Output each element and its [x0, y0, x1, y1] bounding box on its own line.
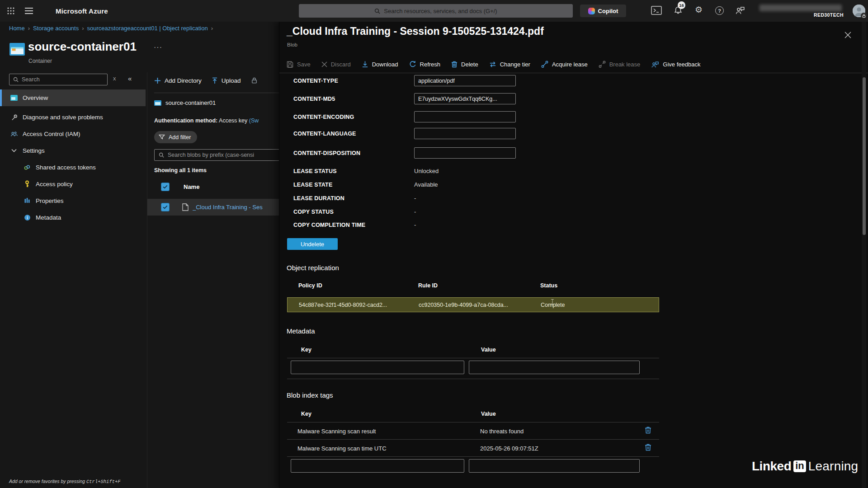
items-count: Showing all 1 items: [154, 167, 207, 174]
content-language-input[interactable]: [414, 128, 516, 139]
policy-id-value: 54c887ee-32f1-45d0-8092-cacd2...: [299, 302, 387, 308]
blade-toolbar: Save Discard Download Refresh: [287, 57, 700, 71]
scrollbar-thumb[interactable]: [863, 77, 866, 235]
blob-detail-blade: _Cloud Infra Training - Session 9-150525…: [279, 22, 868, 488]
download-button[interactable]: Download: [362, 61, 398, 68]
breadcrumb-storage-account[interactable]: sourceazstorageaccount01 | Object replic…: [87, 25, 208, 32]
feedback-icon[interactable]: [735, 5, 745, 15]
divider: [279, 73, 868, 73]
linkedin-in-badge: in: [793, 460, 806, 472]
sidebar-item-properties[interactable]: Properties: [0, 194, 146, 207]
hamburger-menu-icon[interactable]: [25, 8, 33, 14]
copilot-button[interactable]: Copilot: [580, 5, 626, 17]
sidebar-search-input[interactable]: Search: [9, 74, 108, 85]
app-title: Microsoft Azure: [56, 7, 108, 15]
content-encoding-input[interactable]: [414, 111, 516, 122]
delete-button[interactable]: Delete: [451, 61, 478, 68]
sidebar-collapse-button[interactable]: «: [128, 75, 132, 82]
info-icon: [24, 214, 31, 221]
trash-icon: [451, 61, 458, 68]
content-disposition-input[interactable]: [414, 147, 516, 159]
favorites-hint: Add or remove favorites by pressing Ctrl…: [9, 479, 121, 484]
save-button[interactable]: Save: [287, 61, 311, 68]
sidebar-item-access-control[interactable]: Access Control (IAM): [0, 127, 146, 141]
blob-explorer-panel: Add Directory Upload source-container01: [147, 72, 279, 488]
delete-tag-button[interactable]: [645, 426, 654, 436]
change-tier-icon: [489, 61, 496, 68]
property-row: COPY COMPLETION TIME -: [293, 219, 416, 230]
give-feedback-button[interactable]: Give feedback: [651, 61, 700, 68]
undelete-button[interactable]: Undelete: [287, 238, 338, 250]
change-tier-button[interactable]: Change tier: [489, 61, 530, 68]
blob-list-row[interactable]: _Cloud Infra Training - Ses: [147, 199, 279, 216]
new-tag-value-input[interactable]: [469, 459, 640, 473]
change-access-level-button[interactable]: [251, 77, 258, 84]
discard-button[interactable]: Discard: [321, 61, 351, 68]
container-icon: [9, 42, 25, 57]
sidebar-item-label: Overview: [23, 94, 48, 101]
notification-badge: 16: [678, 1, 685, 9]
sidebar-item-label: Diagnose and solve problems: [23, 114, 103, 121]
blob-prefix-search-input[interactable]: Search blobs by prefix (case-sensi: [154, 149, 279, 161]
property-label: CONTENT-ENCODING: [293, 114, 414, 120]
add-filter-button[interactable]: Add filter: [154, 131, 197, 143]
refresh-button[interactable]: Refresh: [409, 61, 441, 68]
settings-gear-icon[interactable]: ⚙: [695, 5, 703, 14]
sidebar-search-clear-button[interactable]: x: [113, 75, 116, 82]
new-tag-key-input[interactable]: [291, 459, 464, 473]
user-email-redacted: [760, 5, 842, 11]
container-name: source-container01: [165, 99, 216, 106]
sidebar-item-overview[interactable]: Overview: [0, 89, 146, 106]
break-lease-button[interactable]: Break lease: [599, 61, 641, 68]
global-search-input[interactable]: Search resources, services, and docs (G+…: [299, 4, 573, 18]
switch-auth-link[interactable]: (Sw: [249, 117, 259, 124]
name-column-header[interactable]: Name: [184, 183, 199, 190]
sidebar-item-settings[interactable]: Settings: [0, 144, 146, 157]
property-label: CONTENT-TYPE: [293, 78, 414, 84]
tag-value: 2025-05-26 09:07:51Z: [480, 445, 538, 452]
upload-button[interactable]: Upload: [212, 77, 241, 84]
top-bar: Microsoft Azure Search resources, servic…: [0, 0, 868, 22]
more-menu-button[interactable]: ···: [154, 43, 162, 52]
keyboard-shortcut: Ctrl+Shift+F: [86, 479, 121, 484]
chevron-down-icon: [10, 149, 18, 152]
sidebar-item-shared-access-tokens[interactable]: Shared access tokens: [0, 160, 146, 174]
blade-scrollbar[interactable]: [862, 22, 866, 488]
metadata-value-input[interactable]: [469, 361, 640, 374]
link-icon: [24, 164, 31, 170]
container-root-item[interactable]: source-container01: [154, 99, 216, 106]
content-type-input[interactable]: [414, 75, 516, 86]
property-row: LEASE STATUS Unlocked: [293, 165, 439, 177]
sidebar-item-access-policy[interactable]: Access policy: [0, 177, 146, 191]
waffle-icon[interactable]: [7, 7, 15, 15]
filter-icon: [159, 134, 165, 140]
help-icon[interactable]: ?: [715, 6, 724, 15]
refresh-icon: [409, 61, 416, 68]
sidebar-item-diagnose[interactable]: Diagnose and solve problems: [0, 110, 146, 124]
property-label: COPY COMPLETION TIME: [293, 222, 414, 228]
feedback-icon: [651, 61, 659, 68]
avatar[interactable]: [853, 5, 865, 17]
property-row: LEASE DURATION -: [293, 192, 416, 204]
azure-portal: Microsoft Azure Search resources, servic…: [0, 0, 868, 488]
rule-id-value: cc920350-1e9b-4099-a7ca-08cda...: [419, 302, 508, 308]
content-md5-input[interactable]: [414, 93, 516, 104]
sidebar-item-label: Access Control (IAM): [23, 131, 80, 137]
breadcrumb-storage-accounts[interactable]: Storage accounts: [33, 25, 79, 32]
metadata-key-input[interactable]: [291, 361, 464, 374]
copilot-label: Copilot: [598, 8, 618, 14]
breadcrumb-home[interactable]: Home: [9, 25, 25, 32]
blob-name-link[interactable]: _Cloud Infra Training - Ses: [193, 204, 263, 211]
row-checkbox[interactable]: [161, 203, 170, 211]
tags-value-header: Value: [481, 411, 496, 417]
cloud-shell-icon[interactable]: [651, 6, 662, 15]
property-label: CONTENT-LANGUAGE: [293, 131, 414, 137]
select-all-checkbox[interactable]: [161, 183, 170, 191]
close-blade-button[interactable]: [843, 30, 853, 40]
padlock-icon: [251, 77, 258, 84]
acquire-lease-button[interactable]: Acquire lease: [541, 61, 588, 68]
delete-tag-button[interactable]: [645, 443, 654, 453]
replication-rule-row[interactable]: 54c887ee-32f1-45d0-8092-cacd2... cc92035…: [287, 297, 659, 312]
add-directory-button[interactable]: Add Directory: [154, 77, 202, 84]
sidebar-item-metadata[interactable]: Metadata: [0, 211, 146, 224]
